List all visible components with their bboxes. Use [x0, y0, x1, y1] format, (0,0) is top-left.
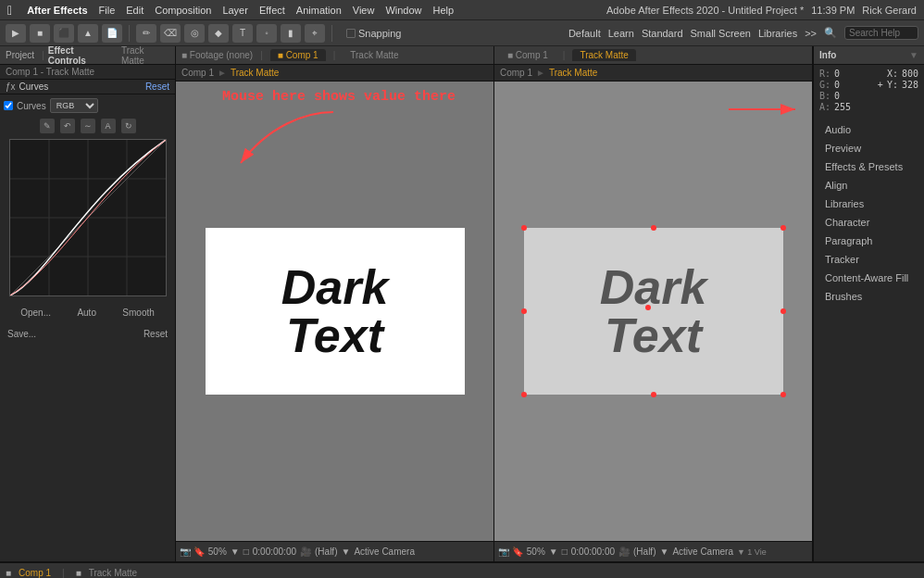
- info-g-row: G: 0 + Y: 328: [819, 80, 918, 90]
- workspace-libraries[interactable]: Libraries: [758, 28, 797, 39]
- auto-btn[interactable]: Auto: [77, 308, 96, 318]
- effects-presets-panel-item[interactable]: Effects & Presets: [818, 158, 920, 175]
- comp1-tab[interactable]: ■ Comp 1: [270, 49, 326, 61]
- timeline-comp1-tab[interactable]: Comp 1: [19, 568, 51, 578]
- comp1-icons: 📷 🔖: [180, 547, 205, 557]
- comp1-breadcrumb-end[interactable]: Track Matte: [231, 68, 279, 78]
- smooth-btn[interactable]: Smooth: [122, 308, 154, 318]
- comp2-breadcrumb-start[interactable]: Comp 1: [500, 68, 532, 78]
- open-btn[interactable]: Open...: [20, 308, 51, 318]
- right-panel: Info ▼ R: 0 X: 800 G: 0 + Y: 328 B: 0 A: [813, 46, 924, 561]
- toolbar-btn-2[interactable]: ■: [30, 24, 50, 43]
- corner-dot-tl: [521, 225, 527, 231]
- toolbar-separator-2: [331, 25, 332, 42]
- curves-pencil-icon[interactable]: ✎: [40, 119, 55, 133]
- workspace-standard[interactable]: Standard: [642, 28, 683, 39]
- comp2-timecode[interactable]: 0:00:00:00: [571, 547, 615, 557]
- comp1-quality[interactable]: (Half): [315, 547, 337, 557]
- toolbar-btn-3[interactable]: ⬛: [54, 24, 74, 43]
- comp1-timecode[interactable]: 0:00:00:00: [253, 547, 296, 557]
- comp1-breadcrumb-start[interactable]: Comp 1: [181, 68, 214, 78]
- comp1-trackmatte-tab[interactable]: Track Matte: [343, 49, 406, 61]
- comp2-fit-icon[interactable]: □: [562, 547, 568, 557]
- brushes-panel-item[interactable]: Brushes: [818, 288, 920, 305]
- comp1-viewport[interactable]: DarkText Mouse here shows value there: [176, 82, 493, 541]
- menu-effect[interactable]: Effect: [259, 5, 285, 16]
- menu-animation[interactable]: Animation: [296, 5, 342, 16]
- app-name[interactable]: After Effects: [27, 5, 87, 16]
- menu-file[interactable]: File: [99, 5, 116, 16]
- curves-reset-small-icon[interactable]: ↻: [121, 119, 136, 133]
- menu-view[interactable]: View: [353, 5, 375, 16]
- comp2-breadcrumb-current[interactable]: Track Matte: [549, 68, 597, 78]
- libraries-panel-item[interactable]: Libraries: [818, 195, 920, 212]
- effect-controls-tab[interactable]: Effect Controls: [48, 45, 114, 66]
- tracker-panel-item[interactable]: Tracker: [818, 251, 920, 268]
- comp2-panel: ■ Comp 1 | Track Matte Comp 1 ► Track Ma…: [494, 46, 813, 561]
- track-matte-tab-header[interactable]: Track Matte: [121, 45, 169, 66]
- timeline-header: ■ Comp 1 | ■ Track Matte: [0, 563, 924, 578]
- b-label: B:: [819, 91, 830, 101]
- search-help-input[interactable]: [844, 26, 918, 40]
- workspace-small-screen[interactable]: Small Screen: [691, 28, 751, 39]
- corner-dot-bl: [521, 392, 527, 397]
- workspace-learn[interactable]: Learn: [608, 28, 634, 39]
- info-title: Info: [819, 50, 836, 60]
- comp2-quality[interactable]: (Half): [633, 547, 656, 557]
- snapping-checkbox[interactable]: [346, 29, 356, 38]
- save-btn[interactable]: Save...: [7, 329, 36, 339]
- content-aware-fill-panel-item[interactable]: Content-Aware Fill: [818, 270, 920, 286]
- comp2-comp1-tab[interactable]: ■ Comp 1: [500, 49, 556, 61]
- comp1-view-label[interactable]: Active Camera: [354, 547, 415, 557]
- toolbar-btn-6[interactable]: ✏: [136, 24, 156, 43]
- toolbar-btn-12[interactable]: ▮: [281, 24, 301, 43]
- reset-curves-btn[interactable]: Reset: [144, 329, 168, 339]
- curves-channel-select[interactable]: RGB Red Green Blue Alpha: [50, 98, 98, 113]
- info-panel-header: Info ▼: [814, 46, 924, 65]
- time-display: 11:39 PM: [811, 5, 855, 16]
- paragraph-panel-item[interactable]: Paragraph: [818, 232, 920, 249]
- comp1-fit-icon[interactable]: □: [243, 547, 249, 557]
- menu-help[interactable]: Help: [433, 5, 455, 16]
- comp1-zoom[interactable]: 50%: [208, 547, 227, 557]
- toolbar-btn-8[interactable]: ◎: [184, 24, 205, 43]
- comp2-viewport[interactable]: DarkText: [494, 82, 812, 541]
- curves-reset-btn[interactable]: Reset: [145, 82, 169, 92]
- comp2-trackmatte-tab[interactable]: Track Matte: [572, 49, 635, 61]
- toolbar-btn-7[interactable]: ⌫: [160, 24, 181, 43]
- curves-smooth-icon[interactable]: ∼: [81, 119, 95, 133]
- character-panel-item[interactable]: Character: [818, 214, 920, 231]
- toolbar-btn-10[interactable]: T: [232, 24, 253, 43]
- snapping-control[interactable]: Snapping: [346, 28, 402, 39]
- workspace-default[interactable]: Default: [568, 28, 601, 39]
- timeline-trackmatte-tab[interactable]: Track Matte: [89, 568, 137, 578]
- toolbar-btn-5[interactable]: 📄: [102, 24, 122, 43]
- menu-composition[interactable]: Composition: [155, 5, 211, 16]
- preview-panel-item[interactable]: Preview: [818, 140, 920, 157]
- info-expand-icon[interactable]: ▼: [909, 50, 918, 60]
- toolbar-btn-9[interactable]: ◆: [208, 24, 229, 43]
- comp2-view-label[interactable]: Active Camera: [672, 547, 733, 557]
- audio-panel-item[interactable]: Audio: [818, 121, 920, 138]
- curves-icon-row: ✎ ↶ ∼ A ↻: [4, 117, 171, 135]
- toolbar-btn-11[interactable]: ◦: [256, 24, 277, 43]
- curves-pointer-icon[interactable]: ↶: [60, 119, 75, 133]
- menu-edit[interactable]: Edit: [126, 5, 144, 16]
- footage-tab[interactable]: ■ Footage (none): [181, 50, 253, 60]
- curves-graph[interactable]: [9, 139, 167, 296]
- align-panel-item[interactable]: Align: [818, 177, 920, 194]
- toolbar-btn-1[interactable]: ▶: [6, 24, 26, 43]
- toolbar-btn-4[interactable]: ▲: [78, 24, 98, 43]
- curves-auto-icon[interactable]: A: [101, 119, 116, 133]
- menu-layer[interactable]: Layer: [222, 5, 248, 16]
- comp2-camera-icon: 🎥: [618, 547, 630, 557]
- apple-menu[interactable]: : [7, 3, 12, 18]
- comp1-panel-header: ■ Footage (none) | ■ Comp 1 | Track Matt…: [176, 46, 493, 65]
- comp2-zoom[interactable]: 50%: [527, 547, 545, 557]
- workspace-expand[interactable]: >>: [805, 28, 817, 39]
- toolbar-btn-13[interactable]: ⌖: [305, 24, 325, 43]
- curves-enable-checkbox[interactable]: [4, 101, 13, 110]
- app-title: Adobe After Effects 2020 - Untitled Proj…: [606, 5, 804, 16]
- comp1-viewport-bg: DarkText: [206, 228, 465, 395]
- menu-window[interactable]: Window: [385, 5, 421, 16]
